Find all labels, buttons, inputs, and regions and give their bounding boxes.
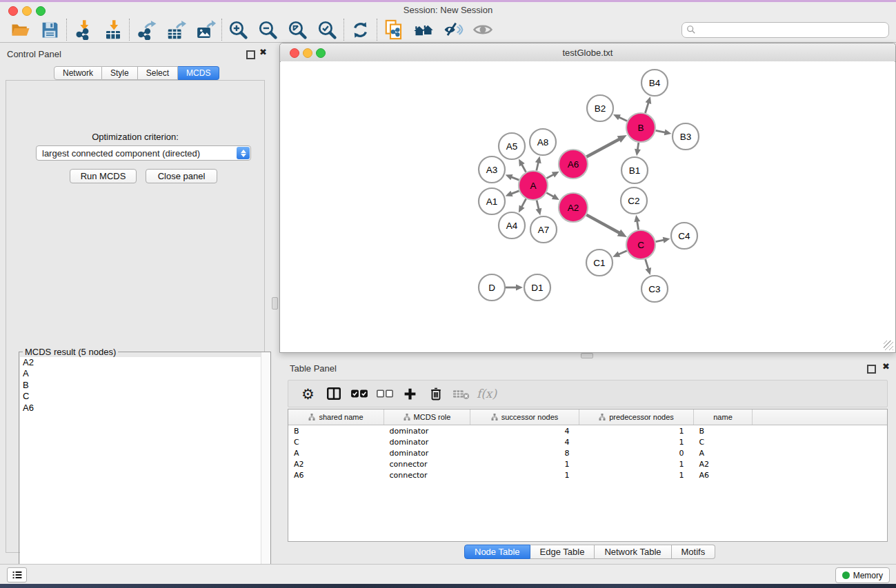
graph-node-C[interactable]: C bbox=[626, 230, 655, 259]
float-table-panel-icon[interactable] bbox=[867, 365, 876, 374]
mcds-result-item[interactable]: C bbox=[20, 391, 270, 402]
column-view-icon[interactable] bbox=[321, 383, 346, 405]
memory-label: Memory bbox=[853, 571, 883, 580]
graph-node-B1[interactable]: B1 bbox=[621, 157, 648, 183]
vertical-split-grip[interactable] bbox=[272, 297, 278, 310]
column-header-predecessor-nodes[interactable]: predecessor nodes bbox=[579, 409, 694, 425]
tab-mcds[interactable]: MCDS bbox=[178, 66, 219, 80]
zoom-fit-icon[interactable] bbox=[283, 18, 312, 41]
export-table-icon[interactable] bbox=[161, 18, 190, 41]
graph-edge-arrowhead bbox=[663, 237, 670, 243]
graph-node-D1[interactable]: D1 bbox=[524, 274, 550, 301]
tab-motifs[interactable]: Motifs bbox=[672, 545, 716, 559]
mcds-result-item[interactable]: A2 bbox=[20, 357, 270, 368]
tab-node-table[interactable]: Node Table bbox=[464, 545, 530, 559]
memory-button[interactable]: Memory bbox=[835, 567, 890, 583]
tab-style[interactable]: Style bbox=[102, 66, 138, 80]
table-row[interactable]: Cdominator41C bbox=[288, 436, 887, 447]
graph-edge-B-B4[interactable] bbox=[645, 102, 648, 113]
delete-table-icon[interactable] bbox=[448, 383, 474, 405]
table-row[interactable]: Bdominator41B bbox=[288, 425, 887, 437]
clone-network-icon[interactable] bbox=[379, 18, 408, 41]
add-column-icon[interactable] bbox=[397, 383, 423, 405]
graph-edge-A6-B[interactable] bbox=[586, 139, 620, 156]
graph-node-B4[interactable]: B4 bbox=[641, 70, 668, 96]
graph-node-B3[interactable]: B3 bbox=[673, 123, 699, 150]
graph-node-C2[interactable]: C2 bbox=[621, 187, 647, 214]
mcds-result-item[interactable]: A6 bbox=[20, 403, 270, 414]
column-header-MCDS-role[interactable]: MCDS role bbox=[384, 409, 470, 425]
home-networks-icon[interactable] bbox=[408, 18, 438, 41]
mcds-result-list[interactable]: A2ABCA6 bbox=[20, 357, 270, 586]
open-file-icon[interactable] bbox=[6, 18, 35, 41]
graph-node-A6[interactable]: A6 bbox=[559, 150, 588, 179]
window-resize-grip-icon[interactable] bbox=[884, 341, 893, 350]
import-network-icon[interactable] bbox=[68, 18, 98, 41]
search-input[interactable] bbox=[696, 24, 888, 35]
tab-select[interactable]: Select bbox=[138, 66, 178, 80]
graph-node-B[interactable]: B bbox=[626, 113, 655, 142]
function-builder-icon[interactable]: f(x) bbox=[474, 383, 499, 405]
graph-edge-B-B3[interactable] bbox=[656, 130, 666, 132]
zoom-out-icon[interactable] bbox=[253, 18, 283, 41]
import-table-icon[interactable] bbox=[98, 18, 128, 41]
graph-node-C3[interactable]: C3 bbox=[641, 276, 668, 302]
graph-node-A1[interactable]: A1 bbox=[479, 188, 505, 214]
mcds-result-item[interactable]: B bbox=[20, 380, 270, 391]
tab-network-table[interactable]: Network Table bbox=[595, 545, 671, 559]
show-eye-icon[interactable] bbox=[468, 18, 497, 41]
delete-column-icon[interactable] bbox=[423, 383, 448, 405]
graph-node-A2[interactable]: A2 bbox=[559, 193, 588, 222]
graph-node-A3[interactable]: A3 bbox=[479, 156, 505, 183]
zoom-in-icon[interactable] bbox=[223, 18, 253, 41]
column-header-shared-name[interactable]: shared name bbox=[288, 409, 384, 425]
refresh-layout-icon[interactable] bbox=[346, 18, 375, 41]
graph-node-C1[interactable]: C1 bbox=[586, 250, 613, 276]
graph-node-C4[interactable]: C4 bbox=[671, 223, 697, 249]
select-all-columns-icon[interactable] bbox=[346, 383, 372, 405]
mcds-result-item[interactable]: A bbox=[20, 368, 270, 379]
graph-edge-C-C1[interactable] bbox=[618, 251, 627, 255]
graph-edge-C-C3[interactable] bbox=[646, 259, 649, 270]
graph-node-A8[interactable]: A8 bbox=[530, 129, 556, 155]
graph-node-A5[interactable]: A5 bbox=[499, 133, 525, 159]
graph-edge-A-A7[interactable] bbox=[537, 200, 539, 210]
graph-node-D[interactable]: D bbox=[479, 274, 505, 301]
criterion-select[interactable]: largest connected component (directed) bbox=[36, 145, 251, 161]
task-history-button[interactable] bbox=[7, 567, 27, 582]
column-header-successor-nodes[interactable]: successor nodes bbox=[470, 409, 579, 425]
graph-node-A[interactable]: A bbox=[519, 171, 548, 200]
network-window-titlebar[interactable]: testGlobe.txt bbox=[280, 43, 895, 62]
graph-edge-A-A4[interactable] bbox=[521, 199, 526, 207]
close-table-panel-icon[interactable]: ✖ bbox=[882, 361, 890, 372]
deselect-all-columns-icon[interactable] bbox=[372, 383, 397, 405]
export-image-icon[interactable] bbox=[190, 18, 220, 41]
export-network-icon[interactable] bbox=[131, 18, 161, 41]
graph-edge-A2-C[interactable] bbox=[586, 215, 620, 234]
graph-edge-B-B2[interactable] bbox=[618, 116, 627, 121]
graph-edge-A-A5[interactable] bbox=[521, 163, 526, 172]
tab-network[interactable]: Network bbox=[54, 66, 102, 80]
save-session-icon[interactable] bbox=[35, 18, 65, 41]
table-row[interactable]: Adominator80A bbox=[288, 447, 887, 458]
result-list-scrollbar[interactable] bbox=[261, 352, 270, 587]
hide-eye-icon[interactable] bbox=[438, 18, 468, 41]
tab-edge-table[interactable]: Edge Table bbox=[530, 545, 595, 559]
table-row[interactable]: A2connector11A2 bbox=[288, 458, 887, 469]
close-panel-button[interactable]: Close panel bbox=[146, 169, 217, 183]
close-panel-icon[interactable]: ✖ bbox=[259, 47, 267, 57]
graph-node-A7[interactable]: A7 bbox=[530, 216, 557, 243]
search-field[interactable] bbox=[681, 22, 889, 38]
graph-edge-C-C2[interactable] bbox=[637, 221, 638, 230]
graph-node-B2[interactable]: B2 bbox=[587, 95, 613, 121]
graph-edge-A-A8[interactable] bbox=[537, 161, 539, 170]
run-mcds-button[interactable]: Run MCDS bbox=[70, 169, 137, 183]
graph-node-A4[interactable]: A4 bbox=[499, 212, 525, 239]
network-graph[interactable]: B4B2BB3A8A5A6A3B1AC2A1A2A4A7C4CC1DD1C3 bbox=[281, 61, 895, 352]
float-panel-icon[interactable] bbox=[246, 50, 255, 59]
settings-gear-icon[interactable]: ⚙ bbox=[295, 383, 321, 405]
table-row[interactable]: A6connector11A6 bbox=[288, 469, 887, 480]
column-header-name[interactable]: name bbox=[694, 409, 753, 425]
zoom-selected-icon[interactable] bbox=[312, 18, 342, 41]
network-canvas[interactable]: B4B2BB3A8A5A6A3B1AC2A1A2A4A7C4CC1DD1C3 bbox=[281, 61, 895, 352]
